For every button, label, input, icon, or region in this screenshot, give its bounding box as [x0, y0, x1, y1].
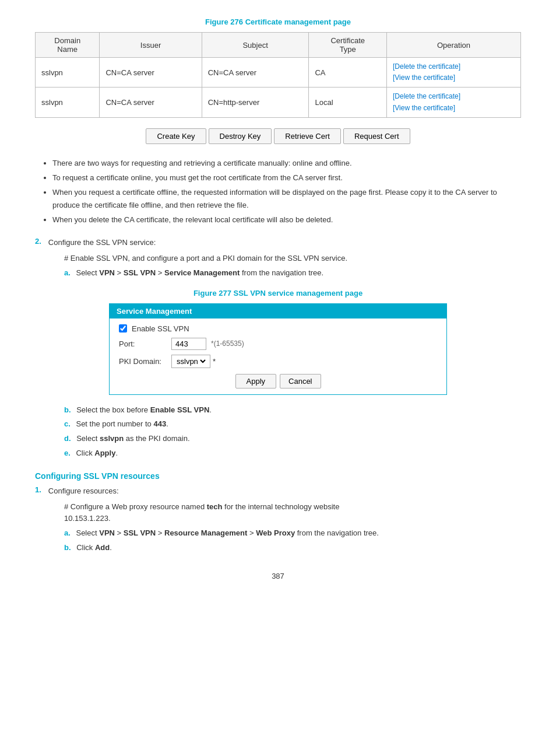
port-input[interactable] [171, 338, 206, 350]
destroy-key-button[interactable]: Destroy Key [209, 128, 272, 144]
create-key-button[interactable]: Create Key [146, 128, 206, 144]
sub-step-2a-label: a. [64, 268, 71, 277]
sub-step-2d-text: Select sslvpn as the PKI domain. [76, 434, 189, 443]
figure-277-title: Figure 277 SSL VPN service management pa… [35, 289, 521, 298]
service-management-body: Enable SSL VPN Port: *(1-65535) PKI Doma… [110, 318, 446, 394]
configuring-section: Configuring SSL VPN resources 1. Configu… [35, 471, 521, 554]
col-header-domain: DomainName [36, 33, 100, 58]
sub-step-2c: c. Set the port number to 443. [64, 418, 521, 430]
config-step-1-number: 1. [35, 485, 41, 494]
config-sub-step-1b-text: Click Add. [76, 543, 112, 552]
port-label: Port: [119, 340, 171, 348]
enable-ssl-vpn-row: Enable SSL VPN [119, 324, 437, 333]
sub-step-2c-label: c. [64, 419, 71, 428]
step-2-hash-line: # Enable SSL VPN, and configure a port a… [64, 253, 521, 265]
port-row: Port: *(1-65535) [119, 338, 437, 350]
table-row: sslvpn CN=CA server CN=CA server CA [Del… [36, 58, 521, 88]
certificate-table: DomainName Issuer Subject CertificateTyp… [35, 32, 521, 118]
info-bullet-list: There are two ways for requesting and re… [52, 157, 521, 226]
sub-step-2d-label: d. [64, 434, 71, 443]
table-row: sslvpn CN=CA server CN=http-server Local… [36, 88, 521, 117]
view-cert-link-1[interactable]: [View the certificate] [393, 72, 515, 83]
request-cert-button[interactable]: Request Cert [343, 128, 410, 144]
sub-step-2d: d. Select sslvpn as the PKI domain. [64, 433, 521, 445]
cell-domain-2: sslvpn [36, 88, 100, 117]
col-header-operation: Operation [386, 33, 520, 58]
cell-type-2: Local [309, 88, 386, 117]
cell-operation-2: [Delete the certificate] [View the certi… [386, 88, 520, 117]
sub-step-2a: a. Select VPN > SSL VPN > Service Manage… [64, 267, 521, 279]
config-sub-step-1a-text: Select VPN > SSL VPN > Resource Manageme… [76, 528, 378, 537]
config-step-1-block: 1. Configure resources: # Configure a We… [35, 485, 521, 554]
list-item: When you request a certificate offline, … [52, 186, 521, 212]
retrieve-cert-button[interactable]: Retrieve Cert [274, 128, 341, 144]
port-hint: *(1-65535) [211, 340, 244, 348]
service-management-header: Service Management [110, 304, 446, 318]
view-cert-link-2[interactable]: [View the certificate] [393, 103, 515, 114]
cell-subject-2: CN=http-server [202, 88, 309, 117]
config-step-1-line: 1. Configure resources: [35, 485, 521, 498]
col-header-issuer: Issuer [100, 33, 202, 58]
sub-step-2a-text: Select VPN > SSL VPN > Service Managemen… [76, 268, 323, 277]
list-item: There are two ways for requesting and re… [52, 157, 521, 170]
config-sub-step-1b-label: b. [64, 543, 71, 552]
step-2-text: Configure the SSL VPN service: [48, 237, 156, 249]
cell-type-1: CA [309, 58, 386, 88]
delete-cert-link-2[interactable]: [Delete the certificate] [393, 91, 515, 102]
list-item: When you delete the CA certificate, the … [52, 214, 521, 226]
pki-domain-select[interactable]: sslvpn [174, 356, 207, 366]
config-step-1-text: Configure resources: [48, 485, 119, 498]
config-sub-step-1a-label: a. [64, 528, 71, 537]
cell-issuer-2: CN=CA server [100, 88, 202, 117]
delete-cert-link-1[interactable]: [Delete the certificate] [393, 61, 515, 72]
apply-button[interactable]: Apply [235, 374, 277, 388]
form-buttons-row: Apply Cancel [119, 374, 437, 388]
sub-step-2e: e. Click Apply. [64, 447, 521, 460]
sub-step-2b-label: b. [64, 405, 71, 414]
sub-step-2e-label: e. [64, 449, 71, 457]
config-sub-step-1a: a. Select VPN > SSL VPN > Resource Manag… [64, 527, 521, 540]
cell-operation-1: [Delete the certificate] [View the certi… [386, 58, 520, 88]
configuring-section-heading: Configuring SSL VPN resources [35, 471, 521, 481]
col-header-cert-type: CertificateType [309, 33, 386, 58]
cell-domain-1: sslvpn [36, 58, 100, 88]
config-step-1-hash: # Configure a Web proxy resource named t… [64, 501, 521, 526]
service-management-box: Service Management Enable SSL VPN Port: … [109, 303, 447, 395]
pki-domain-row: PKI Domain: sslvpn * [119, 355, 437, 368]
col-header-subject: Subject [202, 33, 309, 58]
figure-276-container: Figure 276 Certificate management page D… [35, 18, 521, 226]
figure-277-container: Figure 277 SSL VPN service management pa… [35, 289, 521, 460]
sub-step-2b: b. Select the box before Enable SSL VPN. [64, 404, 521, 416]
sub-step-2c-text: Set the port number to 443. [76, 419, 168, 428]
sub-step-2b-text: Select the box before Enable SSL VPN. [76, 405, 212, 414]
sub-step-2e-text: Click Apply. [76, 449, 118, 457]
step-2-line: 2. Configure the SSL VPN service: [35, 237, 521, 249]
pki-required-mark: * [213, 357, 216, 366]
cert-buttons-row: Create Key Destroy Key Retrieve Cert Req… [35, 128, 521, 144]
enable-ssl-vpn-label: Enable SSL VPN [132, 324, 189, 333]
cancel-button[interactable]: Cancel [280, 374, 321, 388]
cell-issuer-1: CN=CA server [100, 58, 202, 88]
figure-276-title: Figure 276 Certificate management page [35, 18, 521, 26]
step-2-block: 2. Configure the SSL VPN service: # Enab… [35, 237, 521, 279]
config-sub-step-1b: b. Click Add. [64, 542, 521, 554]
list-item: To request a certificate online, you mus… [52, 172, 521, 184]
enable-ssl-vpn-checkbox[interactable] [119, 324, 127, 332]
step-2-number: 2. [35, 237, 41, 246]
page-number: 387 [35, 572, 521, 580]
cell-subject-1: CN=CA server [202, 58, 309, 88]
pki-domain-select-wrap: sslvpn [171, 355, 210, 368]
pki-domain-label: PKI Domain: [119, 357, 171, 366]
